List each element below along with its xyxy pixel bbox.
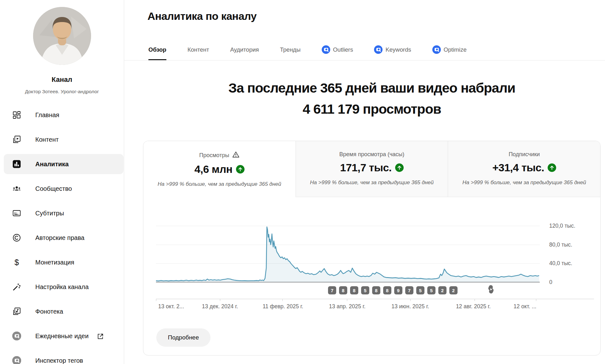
metric-value: +31,4 тыс. bbox=[492, 162, 544, 174]
subtitles-icon bbox=[13, 209, 21, 217]
x-axis-tick bbox=[475, 299, 475, 301]
audio-library-icon bbox=[13, 307, 21, 316]
sidebar-item-daily-ideas[interactable]: Ежедневные идеи bbox=[4, 326, 124, 346]
video-count-badge[interactable]: 8 bbox=[372, 286, 380, 294]
video-count-badge[interactable]: 5 bbox=[416, 286, 424, 294]
headline-line2: 4 611 179 просмотров bbox=[143, 99, 601, 120]
details-button[interactable]: Подробнее bbox=[156, 328, 210, 347]
headline-line1: За последние 365 дней ваши видео набрали bbox=[143, 77, 601, 99]
metric-cards: Просмотры4,6 млнНа >999 % больше, чем за… bbox=[143, 141, 600, 197]
sidebar: Канал Доктор Зотеев. Уролог-андролог Гла… bbox=[0, 0, 124, 364]
video-count-badge[interactable]: 8 bbox=[383, 286, 391, 294]
sidebar-item-label: Монетизация bbox=[35, 259, 74, 266]
tab-label: Outliers bbox=[333, 46, 353, 53]
channel-name: Канал bbox=[0, 76, 124, 84]
sidebar-item-community[interactable]: Сообщество bbox=[4, 179, 124, 199]
sidebar-item-dashboard[interactable]: Главная bbox=[4, 105, 124, 125]
tab-label: Optimize bbox=[444, 46, 467, 53]
sidebar-item-label: Сообщество bbox=[35, 185, 72, 192]
chart-area-fill bbox=[156, 227, 539, 282]
channel-avatar[interactable] bbox=[33, 7, 91, 65]
tab-label: Аудитория bbox=[230, 46, 259, 53]
sidebar-item-audio-library[interactable]: Фонотека bbox=[4, 301, 124, 321]
video-count-badge[interactable]: 5 bbox=[427, 286, 435, 294]
metric-label: Подписчики bbox=[509, 151, 540, 158]
vidiq-blue-icon bbox=[432, 45, 441, 54]
y-axis-tick-label: 0 bbox=[549, 279, 552, 286]
vidiq-gray-icon bbox=[13, 356, 21, 364]
video-badges-row: 788588975522 bbox=[328, 286, 458, 294]
x-axis-tick-label: 12 авг. 2025 г. bbox=[456, 303, 491, 310]
video-count-badge[interactable]: 9 bbox=[394, 286, 402, 294]
community-icon bbox=[13, 185, 21, 193]
youtube-studio-screen: Канал Доктор Зотеев. Уролог-андролог Гла… bbox=[0, 0, 605, 364]
sidebar-item-label: Субтитры bbox=[35, 210, 64, 217]
overview-panel: Просмотры4,6 млнНа >999 % больше, чем за… bbox=[143, 141, 601, 355]
x-axis-tick-label: 13 окт. 2... bbox=[158, 303, 184, 310]
warning-icon[interactable] bbox=[232, 151, 239, 159]
dashboard-icon bbox=[13, 111, 21, 119]
wand-icon bbox=[13, 283, 21, 291]
tab-trends[interactable]: Тренды bbox=[280, 39, 301, 60]
sidebar-item-label: Главная bbox=[35, 111, 59, 119]
x-axis-tick bbox=[282, 299, 283, 301]
trend-up-icon bbox=[236, 165, 245, 173]
sidebar-item-label: Ежедневные идеи bbox=[35, 333, 89, 340]
sidebar-item-label: Настройка канала bbox=[35, 283, 89, 291]
sidebar-item-label: Контент bbox=[35, 136, 59, 143]
y-axis-tick-label: 120,0 тыс. bbox=[549, 223, 575, 229]
monetization-icon: $ bbox=[13, 258, 21, 266]
metric-value-row: 171,7 тыс. bbox=[296, 162, 448, 174]
metric-value-row: +31,4 тыс. bbox=[448, 162, 600, 174]
tab-keywords[interactable]: Keywords bbox=[374, 39, 411, 60]
tab-overview[interactable]: Обзор bbox=[148, 39, 166, 60]
tab-label: Keywords bbox=[385, 46, 411, 53]
sidebar-item-analytics[interactable]: Аналитика bbox=[4, 154, 124, 174]
x-axis-tick-label: 13 июн. 2025 г. bbox=[391, 303, 429, 310]
sidebar-item-subtitles[interactable]: Субтитры bbox=[4, 203, 124, 223]
tab-optimize[interactable]: Optimize bbox=[432, 39, 467, 60]
metric-comparison-note: На >999 % больше, чем за предыдущие 365 … bbox=[143, 181, 296, 187]
tab-content[interactable]: Контент bbox=[187, 39, 209, 60]
video-count-badge[interactable]: 8 bbox=[339, 286, 347, 294]
sidebar-item-content[interactable]: Контент bbox=[4, 129, 124, 150]
svg-text:$: $ bbox=[14, 258, 19, 266]
views-over-time-chart[interactable] bbox=[156, 216, 539, 282]
sidebar-item-copyright[interactable]: Авторские права bbox=[4, 228, 124, 248]
metric-card-watch-time[interactable]: Время просмотра (часы)171,7 тыс.На >999 … bbox=[296, 141, 448, 197]
sidebar-item-customization[interactable]: Настройка канала bbox=[4, 277, 124, 297]
video-count-badge[interactable]: 5 bbox=[361, 286, 369, 294]
sidebar-item-tag-inspector[interactable]: Инспектор тегов bbox=[4, 350, 124, 364]
metric-label-row: Просмотры bbox=[199, 151, 239, 159]
sidebar-item-label: Аналитика bbox=[35, 161, 69, 168]
trend-up-icon bbox=[395, 163, 404, 172]
video-count-badge[interactable]: 7 bbox=[328, 286, 336, 294]
metric-label-row: Подписчики bbox=[509, 151, 540, 158]
trend-up-icon bbox=[548, 163, 556, 172]
x-axis-line bbox=[156, 299, 594, 299]
sidebar-item-monetization[interactable]: $Монетизация bbox=[4, 252, 124, 272]
sidebar-item-label: Авторские права bbox=[35, 234, 84, 242]
video-count-badge[interactable]: 2 bbox=[449, 286, 458, 294]
video-count-badge[interactable]: 2 bbox=[438, 286, 447, 294]
x-axis-tick bbox=[347, 299, 347, 301]
main-content: Аналитика по каналу ОбзорКонтентАудитори… bbox=[124, 0, 605, 364]
tab-label: Тренды bbox=[280, 46, 301, 53]
video-count-badge[interactable]: 8 bbox=[350, 286, 358, 294]
metric-card-views[interactable]: Просмотры4,6 млнНа >999 % больше, чем за… bbox=[143, 141, 296, 197]
channel-subtitle: Доктор Зотеев. Уролог-андролог bbox=[0, 89, 124, 94]
tab-audience[interactable]: Аудитория bbox=[230, 39, 259, 60]
vidiq-gray-icon bbox=[13, 332, 21, 340]
headline: За последние 365 дней ваши видео набрали… bbox=[143, 77, 601, 120]
tab-label: Обзор bbox=[148, 46, 166, 53]
video-count-badge[interactable]: 7 bbox=[405, 286, 413, 294]
metric-label: Время просмотра (часы) bbox=[339, 151, 405, 158]
tab-outliers[interactable]: Outliers bbox=[322, 39, 353, 60]
vidiq-blue-icon bbox=[374, 45, 383, 54]
metric-card-subscribers[interactable]: Подписчики+31,4 тыс.На >999 % больше, че… bbox=[448, 141, 600, 197]
x-axis-tick-label: 13 апр. 2025 г. bbox=[329, 303, 366, 310]
metric-label-row: Время просмотра (часы) bbox=[339, 151, 405, 158]
vidiq-blue-icon bbox=[322, 45, 330, 54]
shorts-icon[interactable] bbox=[487, 285, 495, 295]
x-axis-tick-label: 13 дек. 2024 г. bbox=[202, 303, 238, 310]
